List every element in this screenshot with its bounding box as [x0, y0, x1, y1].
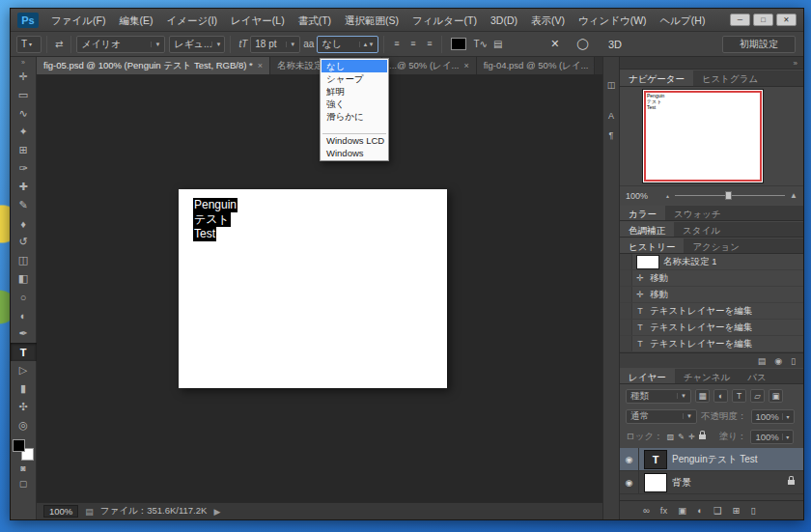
filter-pixel-icon[interactable]: ▦ [695, 389, 710, 403]
layer-filter-select[interactable]: 種類 ▼ [626, 389, 691, 404]
menu-filter[interactable]: フィルター(T) [406, 9, 484, 32]
history-state-row[interactable]: ✛ 移動 [620, 287, 803, 303]
anti-alias-select[interactable]: なし ▲▼ [317, 36, 378, 53]
layer-group-icon[interactable]: ❑ [713, 505, 722, 516]
tab-styles[interactable]: スタイル [674, 222, 729, 237]
history-source-well[interactable] [620, 287, 632, 302]
path-selection-tool[interactable]: ▷ [11, 361, 37, 379]
foreground-color-swatch[interactable] [13, 439, 25, 452]
commit-edit-button[interactable]: ◯ [573, 38, 594, 50]
history-source-well[interactable] [620, 336, 632, 351]
menu-item-crisp[interactable]: 鮮明 [322, 85, 387, 98]
marquee-tool[interactable]: ▭ [11, 86, 37, 104]
delete-layer-icon[interactable]: ▯ [750, 505, 755, 516]
menu-layer[interactable]: レイヤー(L) [224, 9, 292, 32]
lock-image-pixels-icon[interactable]: ✎ [678, 433, 685, 441]
text-orientation-icon[interactable]: ⇄ [52, 39, 66, 49]
minimize-button[interactable]: ─ [730, 14, 750, 26]
quick-selection-tool[interactable]: ✦ [11, 123, 37, 141]
text-layer-thumbnail[interactable]: T [645, 451, 666, 468]
history-state-row[interactable]: T テキストレイヤーを編集 [620, 303, 803, 320]
collapsed-panel-icon[interactable]: ◫ [607, 80, 616, 90]
new-layer-icon[interactable]: ⊞ [732, 505, 740, 516]
shape-tool[interactable]: ▮ [11, 379, 37, 398]
eraser-tool[interactable]: ◫ [11, 251, 37, 269]
brush-tool[interactable]: ✎ [11, 196, 37, 214]
document-tab-fig04[interactable]: fig-04.psd @ 50% (レイ... × [477, 57, 595, 74]
menu-select[interactable]: 選択範囲(S) [338, 9, 406, 32]
menu-item-sharp[interactable]: シャープ [322, 72, 387, 85]
tab-swatches[interactable]: スウォッチ [665, 206, 730, 220]
opacity-select[interactable]: 100% ▾ [751, 409, 795, 424]
document-canvas[interactable]: Penguin テスト Test [179, 189, 447, 388]
dodge-tool[interactable]: ◐ [11, 306, 37, 324]
zoom-tool[interactable]: ◎ [11, 416, 37, 434]
tab-adjustments[interactable]: 色調補正 [620, 222, 674, 237]
character-panel-icon[interactable]: A [608, 111, 614, 121]
gradient-tool[interactable]: ◧ [11, 269, 37, 288]
navigator-zoom-field[interactable]: 100% [626, 191, 660, 201]
menu-image[interactable]: イメージ(I) [159, 9, 224, 32]
layer-style-icon[interactable]: fx [660, 505, 667, 516]
align-center-button[interactable]: ≡ [406, 37, 420, 51]
history-state-row[interactable]: T テキストレイヤーを編集 [620, 320, 803, 336]
new-document-from-state-icon[interactable]: ▤ [758, 356, 767, 366]
layer-row-text[interactable]: ◉ T Penguinテスト Test [620, 448, 803, 471]
zoom-in-icon[interactable]: ▲ [790, 191, 797, 200]
menu-type[interactable]: 書式(T) [292, 9, 338, 32]
screen-mode-icon[interactable]: ▢ [11, 476, 37, 491]
zoom-level-field[interactable]: 100% [43, 505, 78, 518]
link-layers-icon[interactable]: ∞ [643, 505, 650, 516]
tab-color[interactable]: カラー [620, 206, 665, 220]
align-left-button[interactable]: ≡ [389, 37, 404, 51]
move-tool[interactable]: ✛ [11, 68, 37, 86]
tab-close-icon[interactable]: × [463, 61, 468, 70]
filter-smart-object-icon[interactable]: ▣ [769, 389, 783, 403]
close-button[interactable]: ✕ [776, 14, 797, 26]
workspace-switcher[interactable]: 初期設定 [722, 36, 796, 53]
text-layer-content[interactable]: Penguin テスト Test [193, 198, 238, 241]
menu-window[interactable]: ウィンドウ(W) [572, 9, 654, 32]
menu-help[interactable]: ヘルプ(H) [654, 9, 713, 32]
visibility-eye-icon[interactable]: ◉ [620, 471, 639, 493]
menu-3d[interactable]: 3D(D) [484, 9, 524, 32]
tab-paths[interactable]: パス [739, 369, 774, 383]
menu-file[interactable]: ファイル(F) [44, 9, 112, 32]
tab-layers[interactable]: レイヤー [620, 369, 675, 383]
status-options-arrow-icon[interactable]: ▶ [213, 507, 220, 517]
document-tab-fig05[interactable]: fig-05.psd @ 100% (Penguin テスト Test, RGB… [37, 57, 270, 74]
font-family-select[interactable]: メイリオ ▼ [76, 36, 165, 53]
zoom-out-icon[interactable]: ▲ [665, 193, 670, 199]
history-state-row[interactable]: T テキストレイヤーを編集 [620, 336, 803, 352]
tab-close-icon[interactable]: × [258, 61, 263, 70]
navigator-zoom-slider[interactable] [675, 195, 785, 196]
menu-item-windows-lcd[interactable]: Windows LCD [322, 134, 387, 147]
filter-adjustment-icon[interactable]: ◐ [713, 389, 728, 403]
history-source-well[interactable] [620, 270, 632, 286]
hand-tool[interactable]: ✣ [11, 398, 37, 416]
document-tab-3[interactable]: ...@ 50% (レイ... × [382, 57, 477, 74]
filter-type-icon[interactable]: T [732, 389, 746, 403]
collapse-panels-icon[interactable]: » [794, 59, 797, 68]
menu-item-strong[interactable]: 強く [322, 98, 387, 110]
menu-item-windows[interactable]: Windows [322, 147, 387, 159]
history-brush-tool[interactable]: ↺ [11, 233, 37, 251]
pen-tool[interactable]: ✒ [11, 324, 37, 343]
layer-row-background[interactable]: ◉ 背景 [620, 471, 803, 494]
clone-stamp-tool[interactable]: ♦ [11, 214, 37, 233]
healing-brush-tool[interactable]: ✚ [11, 178, 37, 196]
toolbar-collapse-icon[interactable]: » [21, 57, 25, 68]
character-panel-toggle-icon[interactable]: ▤ [490, 39, 505, 49]
tool-preset-picker[interactable]: T ▾ [16, 36, 42, 53]
tab-navigator[interactable]: ナビゲーター [620, 70, 693, 86]
menu-item-smooth[interactable]: 滑らかに [322, 110, 387, 123]
eyedropper-tool[interactable]: ✑ [11, 159, 37, 178]
history-source-well[interactable] [620, 254, 632, 269]
type-tool[interactable]: T [11, 343, 37, 361]
filter-shape-icon[interactable]: ▱ [750, 389, 765, 403]
cancel-edit-button[interactable]: ✕ [545, 38, 564, 50]
menu-item-none[interactable]: なし [322, 60, 387, 72]
font-size-select[interactable]: 18 pt ▼ [250, 36, 300, 53]
fill-select[interactable]: 100% ▾ [750, 430, 794, 444]
lock-position-icon[interactable]: ✛ [688, 433, 695, 441]
